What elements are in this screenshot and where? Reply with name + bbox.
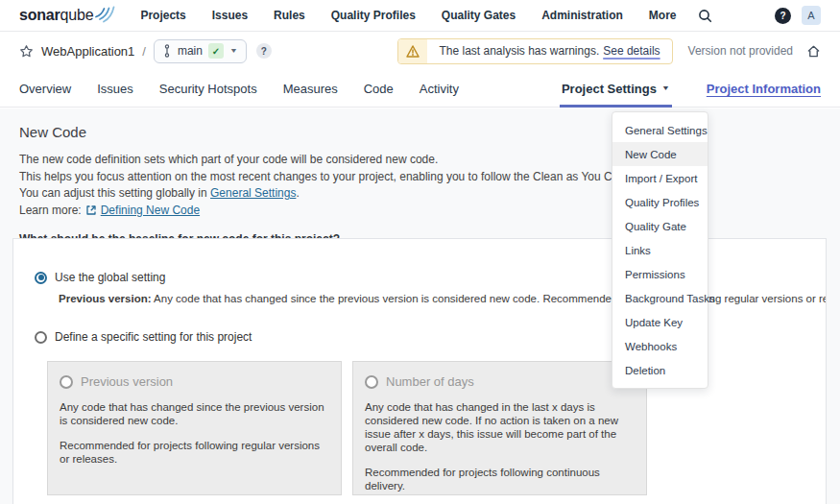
help-icon[interactable]: ? bbox=[775, 8, 791, 24]
tab-code[interactable]: Code bbox=[364, 82, 394, 96]
breadcrumb-separator: / bbox=[142, 44, 146, 59]
card-text: Any code that has changed since the prev… bbox=[60, 400, 329, 427]
project-header: WebApplication1 / main ✓ ▼ ? The last an… bbox=[0, 32, 840, 70]
top-navbar: sonarqube Projects Issues Rules Quality … bbox=[0, 0, 840, 32]
avatar[interactable]: A bbox=[802, 6, 821, 25]
tab-activity[interactable]: Activity bbox=[420, 82, 459, 96]
favorite-star-icon[interactable] bbox=[19, 44, 34, 59]
defining-new-code-link[interactable]: Defining New Code bbox=[101, 203, 200, 220]
sonarqube-logo[interactable]: sonarqube bbox=[19, 7, 115, 24]
menu-item-links[interactable]: Links bbox=[612, 238, 708, 262]
menu-item-permissions[interactable]: Permissions bbox=[612, 262, 708, 286]
tab-issues[interactable]: Issues bbox=[97, 82, 133, 96]
general-settings-link[interactable]: General Settings bbox=[210, 186, 296, 200]
search-icon[interactable] bbox=[698, 9, 712, 23]
branch-name: main bbox=[178, 44, 203, 58]
radio-disabled-icon bbox=[365, 375, 378, 389]
project-settings-menu: General Settings New Code Import / Expor… bbox=[612, 111, 708, 389]
menu-item-import-export[interactable]: Import / Export bbox=[612, 166, 708, 190]
nav-item-more[interactable]: More bbox=[649, 9, 677, 22]
project-settings-label: Project Settings bbox=[562, 82, 657, 96]
nav-item-quality-gates[interactable]: Quality Gates bbox=[442, 9, 516, 22]
project-tabbar: Overview Issues Security Hotspots Measur… bbox=[0, 70, 840, 108]
external-link-icon bbox=[85, 204, 97, 216]
option-label: Define a specific setting for this proje… bbox=[55, 330, 252, 344]
radio-disabled-icon bbox=[60, 375, 73, 389]
home-icon[interactable] bbox=[806, 44, 821, 59]
nav-item-issues[interactable]: Issues bbox=[212, 9, 248, 22]
nav-item-quality-profiles[interactable]: Quality Profiles bbox=[331, 9, 416, 22]
nav-item-administration[interactable]: Administration bbox=[541, 9, 623, 22]
branch-icon bbox=[162, 44, 172, 58]
see-details-link[interactable]: See details bbox=[603, 44, 660, 58]
card-number-of-days: Number of days Any code that has changed… bbox=[352, 361, 647, 495]
new-code-page: New Code The new code definition sets wh… bbox=[0, 108, 840, 504]
radio-checked-icon[interactable] bbox=[35, 272, 47, 284]
menu-item-quality-gate[interactable]: Quality Gate bbox=[612, 214, 708, 238]
card-text: Any code that has changed in the last x … bbox=[365, 400, 635, 454]
branch-help-icon[interactable]: ? bbox=[256, 43, 272, 59]
menu-item-quality-profiles[interactable]: Quality Profiles bbox=[612, 190, 708, 214]
version-status: Version not provided bbox=[688, 44, 793, 58]
navbar-right: ? A bbox=[775, 6, 821, 25]
menu-item-background-tasks[interactable]: Background Tasks bbox=[612, 286, 708, 310]
tab-measures[interactable]: Measures bbox=[283, 82, 338, 96]
menu-item-new-code[interactable]: New Code bbox=[612, 142, 708, 166]
nav-item-projects[interactable]: Projects bbox=[140, 9, 185, 22]
learn-more-label: Learn more: bbox=[19, 203, 82, 220]
tab-project-settings[interactable]: Project Settings ▼ bbox=[562, 70, 670, 107]
analysis-warning-banner: The last analysis has warnings. See deta… bbox=[397, 38, 672, 64]
logo-text: sonarqube bbox=[19, 7, 93, 24]
tab-overview[interactable]: Overview bbox=[19, 82, 71, 96]
radio-unchecked-icon[interactable] bbox=[35, 331, 47, 344]
menu-item-webhooks[interactable]: Webhooks bbox=[612, 334, 708, 358]
menu-item-deletion[interactable]: Deletion bbox=[612, 358, 708, 382]
card-title: Previous version bbox=[81, 374, 173, 389]
card-title: Number of days bbox=[386, 374, 474, 389]
nav-item-rules[interactable]: Rules bbox=[274, 9, 305, 22]
chevron-down-icon: ▼ bbox=[661, 84, 670, 92]
sonarqube-swoosh-icon bbox=[94, 5, 115, 23]
tab-security-hotspots[interactable]: Security Hotspots bbox=[159, 82, 257, 96]
tab-project-information[interactable]: Project Information bbox=[707, 82, 821, 96]
chevron-down-icon: ▼ bbox=[229, 47, 238, 55]
menu-item-general-settings[interactable]: General Settings bbox=[612, 118, 708, 142]
warning-text: The last analysis has warnings. bbox=[439, 44, 599, 58]
option-label: Use the global setting bbox=[55, 271, 165, 284]
card-text: Recommended for projects following regul… bbox=[60, 439, 329, 466]
card-previous-version: Previous version Any code that has chang… bbox=[47, 361, 342, 495]
main-nav: Projects Issues Rules Quality Profiles Q… bbox=[140, 9, 676, 22]
menu-item-update-key[interactable]: Update Key bbox=[612, 310, 708, 334]
project-name[interactable]: WebApplication1 bbox=[41, 44, 134, 59]
branch-selector[interactable]: main ✓ ▼ bbox=[154, 39, 247, 63]
warning-icon bbox=[398, 39, 427, 63]
quality-gate-passed-badge: ✓ bbox=[208, 43, 224, 59]
card-text: Recommended for projects following conti… bbox=[365, 466, 635, 492]
